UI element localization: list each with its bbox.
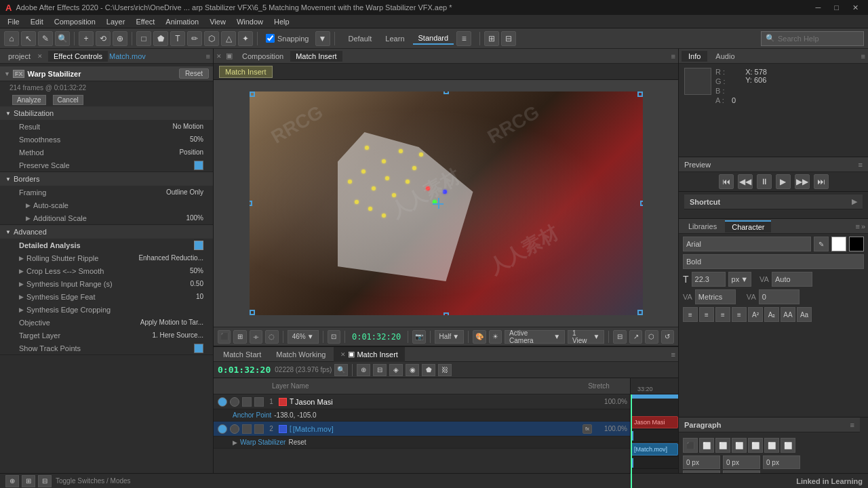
info-panel-menu[interactable]: ≡ [861,52,865,60]
tab-menu-icon[interactable]: ≡ [206,52,210,60]
tab-character[interactable]: Character [725,220,771,232]
tl-tb-1[interactable]: ⊕ [357,364,370,376]
clip-1[interactable]: Jason Masi [631,416,678,428]
tab-effect-controls[interactable]: Effect Controls [48,51,108,62]
para-first-indent[interactable]: 0 px [763,455,800,469]
analyze-button[interactable]: Analyze [12,95,46,105]
playhead[interactable] [631,394,632,488]
tl-tab-match-start[interactable]: Match Start [216,347,268,362]
fast-forward-button[interactable]: ⏭ [814,174,829,189]
handle-bottom-left[interactable] [250,310,255,315]
match-insert-badge[interactable]: Match Insert [219,66,273,78]
menu-file[interactable]: File [3,16,24,27]
workspace-learn[interactable]: Learn [380,33,410,44]
para-justify-last-center[interactable]: ⬜ [764,438,779,453]
preserve-scale-checkbox[interactable] [194,161,203,170]
tool-8[interactable]: T [170,31,185,46]
font-size-input[interactable]: 22.3 [692,272,726,287]
tl-tb-3[interactable]: ◈ [389,364,403,376]
font-family-select[interactable]: Arial [683,237,811,251]
layer-1-lock[interactable] [254,397,264,407]
comp-tb-grid[interactable]: ⊞ [233,330,246,344]
handle-top[interactable] [443,92,449,94]
para-align-right[interactable]: ⬜ [715,438,730,453]
tl-panel-menu[interactable]: ≡ [671,350,675,359]
comp-tb-mask[interactable]: ◌ [265,330,278,344]
layer-row-1[interactable]: 1 T Jason Masi 100.0% [214,394,630,409]
allcaps-btn[interactable]: AA [781,307,795,322]
tool-10[interactable]: ⬡ [204,31,219,46]
workspace-standard[interactable]: Standard [413,33,454,45]
comp-tb-export[interactable]: ↗ [629,330,642,344]
toolbar-extra-2[interactable]: ⊟ [501,31,516,46]
shortcut-expand[interactable]: ▶ [852,197,857,206]
tool-5[interactable]: ⊕ [113,31,127,46]
menu-view[interactable]: View [205,16,231,27]
tool-6[interactable]: □ [136,31,151,46]
crop-less-expand[interactable]: ▶ [19,268,24,274]
menu-help[interactable]: Help [269,16,294,27]
align-justify-btn[interactable]: ≡ [732,307,747,322]
para-menu[interactable]: ≡ [850,421,854,429]
font-color-white[interactable] [831,237,846,251]
font-style-icon[interactable]: ✎ [814,237,829,251]
para-justify-last-left[interactable]: ⬜ [748,438,763,453]
superscript-btn[interactable]: A² [748,307,763,322]
tool-9[interactable]: ✏ [187,31,202,46]
rolling-shutter-expand[interactable]: ▶ [19,255,24,262]
layer-2-vis[interactable] [218,424,227,434]
tab-composition[interactable]: Composition [237,51,289,62]
borders-header[interactable]: ▼ Borders [0,172,213,186]
warp-expand[interactable]: ▶ [233,439,237,446]
menu-composition[interactable]: Composition [50,16,100,27]
comp-panel-menu[interactable]: ≡ [671,52,675,60]
tool-11[interactable]: △ [221,31,236,46]
handle-right[interactable] [640,201,643,206]
layer-2-lock[interactable] [254,424,264,434]
additional-scale-expand[interactable]: ▶ [26,215,31,222]
toolbar-extra-1[interactable]: ⊞ [484,31,499,46]
zoom-dropdown[interactable]: 46% ▼ [288,330,319,344]
tl-tb-6[interactable]: ⛓ [438,364,452,376]
tab-info[interactable]: Info [682,51,707,62]
font-style-select[interactable]: Bold [683,254,864,269]
handle-bottom[interactable] [443,312,449,315]
layer-2-audio[interactable] [230,424,239,434]
advanced-header[interactable]: ▼ Advanced [0,225,213,239]
rewind-button[interactable]: ⏮ [719,174,734,189]
preview-menu[interactable]: ≡ [859,161,863,169]
pen-tool[interactable]: ✎ [38,31,53,46]
selection-tool[interactable]: ↖ [21,31,36,46]
cancel-button[interactable]: Cancel [53,95,83,105]
tab-project[interactable]: project [3,51,36,62]
align-right-btn[interactable]: ≡ [715,307,730,322]
view-dropdown[interactable]: Active Camera ▼ [505,330,565,344]
snapping-options[interactable]: ▼ [315,31,330,46]
tl-tab-match-working[interactable]: Match Working [269,347,332,362]
minimize-button[interactable]: ─ [812,2,825,14]
tab-libraries[interactable]: Libraries [682,221,724,232]
tool-12[interactable]: ✦ [238,31,253,46]
close-button[interactable]: ✕ [848,2,863,14]
para-justify[interactable]: ⬜ [732,438,747,453]
reset-button[interactable]: Reset [179,68,209,79]
quality-dropdown[interactable]: Half ▼ [435,330,465,344]
zoom-tool[interactable]: 🔍 [55,31,70,46]
workspace-options[interactable]: ≡ [456,31,471,46]
synthesis-edge-crop-expand[interactable]: ▶ [19,306,24,313]
layer-1-vis[interactable] [218,397,227,407]
clip-2[interactable]: [Match.mov] [631,443,678,455]
smallcaps-btn[interactable]: Aa [797,307,812,322]
comp-tb-color[interactable]: 🎨 [473,330,486,344]
para-indent-left[interactable]: 0 px [683,455,720,469]
synthesis-input-expand[interactable]: ▶ [19,281,24,287]
handle-left[interactable] [250,201,252,206]
tool-4[interactable]: ⟲ [96,31,111,46]
handle-top-left[interactable] [250,92,255,97]
menu-animation[interactable]: Animation [161,16,203,27]
home-button[interactable]: ⌂ [4,31,19,46]
menu-layer[interactable]: Layer [102,16,130,27]
comp-tb-3d[interactable]: ⬡ [645,330,658,344]
comp-close[interactable]: ✕ [216,53,222,60]
stabilization-header[interactable]: ▼ Stabilization [0,106,213,120]
